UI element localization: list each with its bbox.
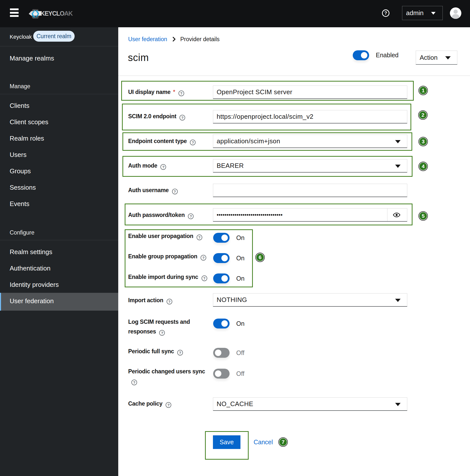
svg-text:KEYCLOAK: KEYCLOAK <box>40 10 73 17</box>
